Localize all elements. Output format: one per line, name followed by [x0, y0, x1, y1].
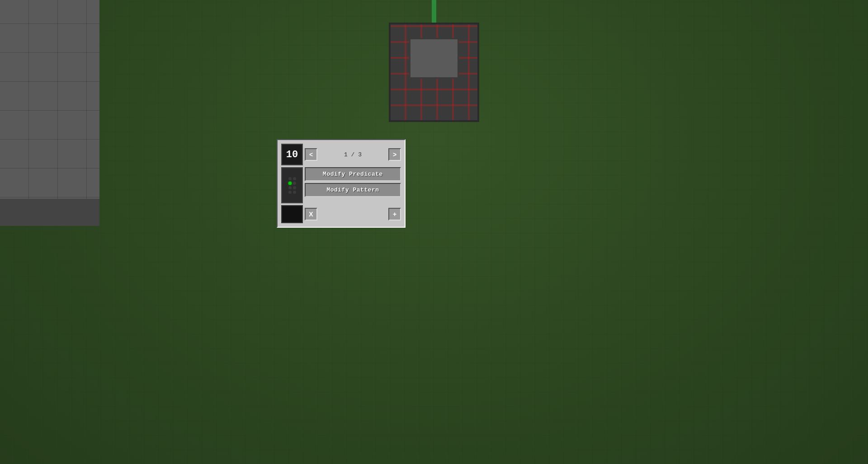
modify-pattern-button[interactable]: Modify Pattern — [305, 183, 401, 197]
dot-2-1-green — [288, 182, 292, 185]
modify-pattern-label: Modify Pattern — [326, 187, 379, 193]
black-preview-box — [281, 205, 303, 223]
delete-label: X — [309, 211, 313, 218]
delete-button[interactable]: X — [305, 208, 317, 220]
dot-2-2 — [293, 182, 296, 185]
dot-4-2 — [293, 191, 296, 194]
command-block-face — [409, 38, 459, 79]
number-display: 10 — [281, 144, 303, 165]
add-button[interactable]: + — [388, 208, 401, 220]
number-value: 10 — [286, 149, 298, 160]
command-block-structure — [366, 0, 502, 140]
dot-row-4 — [288, 191, 296, 194]
bottom-row: X + — [281, 205, 401, 223]
command-block-body — [389, 23, 479, 122]
dot-row-1 — [288, 177, 296, 180]
dot-4-1 — [288, 191, 292, 194]
dot-row-3 — [288, 186, 296, 189]
dot-3-1 — [288, 186, 292, 189]
prev-label: < — [309, 151, 313, 158]
next-label: > — [393, 151, 396, 158]
top-row: 10 < 1 / 3 > — [281, 144, 401, 165]
dot-3-2 — [293, 186, 296, 189]
dialog-panel: 10 < 1 / 3 > — [277, 139, 406, 228]
dot-1-2 — [293, 177, 296, 180]
pagination-area: < 1 / 3 > — [305, 148, 401, 161]
dot-row-2 — [288, 182, 296, 185]
left-wall-structure — [0, 0, 99, 226]
next-page-button[interactable]: > — [388, 148, 401, 161]
bottom-action-buttons: X + — [305, 208, 401, 220]
add-label: + — [393, 211, 396, 218]
modify-predicate-label: Modify Predicate — [323, 171, 383, 178]
prev-page-button[interactable]: < — [305, 148, 317, 161]
page-label: 1 / 3 — [319, 151, 387, 158]
dot-1-1 — [288, 177, 292, 180]
mini-indicator-panel — [281, 167, 303, 203]
action-buttons-column: Modify Predicate Modify Pattern — [305, 167, 401, 203]
middle-row: Modify Predicate Modify Pattern — [281, 167, 401, 203]
modify-predicate-button[interactable]: Modify Predicate — [305, 167, 401, 181]
